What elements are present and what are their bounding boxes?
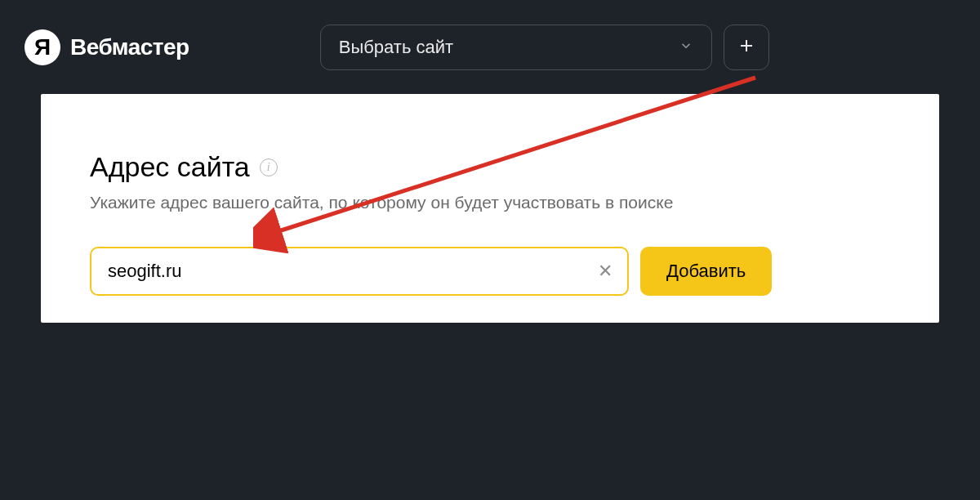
plus-icon: [737, 36, 756, 59]
close-icon: ✕: [598, 261, 612, 281]
yandex-logo-icon: Я: [24, 29, 60, 65]
add-button[interactable]: Добавить: [640, 247, 772, 296]
info-icon[interactable]: i: [260, 158, 278, 176]
add-site-button[interactable]: [724, 25, 769, 70]
site-select-label: Выбрать сайт: [339, 37, 453, 58]
app-header: Я Вебмастер Выбрать сайт: [0, 0, 980, 94]
title-row: Адрес сайта i: [90, 151, 890, 183]
url-input-wrap: ✕: [90, 247, 629, 296]
input-row: ✕ Добавить: [90, 247, 890, 296]
content-wrap: Адрес сайта i Укажите адрес вашего сайта…: [0, 94, 980, 323]
logo[interactable]: Я Вебмастер: [24, 29, 189, 65]
site-url-input[interactable]: [90, 247, 629, 296]
site-select-group: Выбрать сайт: [320, 25, 769, 70]
page-subtitle: Укажите адрес вашего сайта, по которому …: [90, 193, 890, 212]
logo-text: Вебмастер: [70, 34, 189, 60]
clear-input-button[interactable]: ✕: [595, 259, 616, 283]
add-site-card: Адрес сайта i Укажите адрес вашего сайта…: [41, 94, 939, 323]
page-title: Адрес сайта: [90, 151, 250, 183]
chevron-down-icon: [679, 38, 693, 56]
site-select-dropdown[interactable]: Выбрать сайт: [320, 25, 712, 70]
